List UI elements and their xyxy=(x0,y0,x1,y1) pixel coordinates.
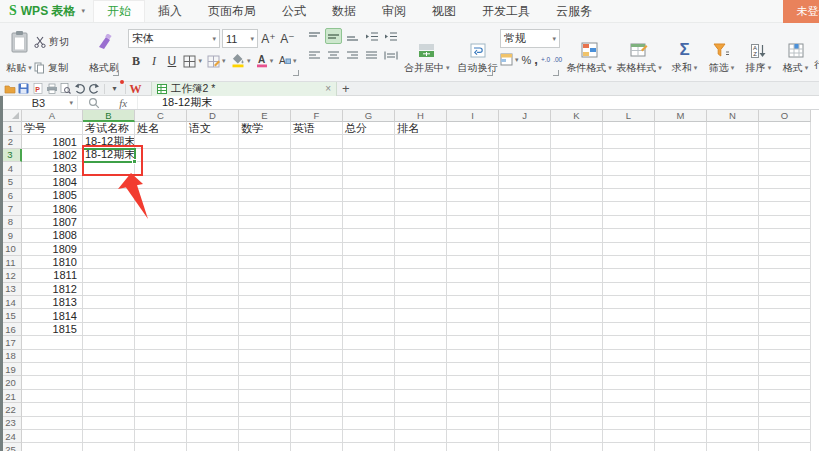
grid-cell-C17[interactable] xyxy=(135,336,187,349)
grid-cell-D3[interactable] xyxy=(187,149,239,162)
grid-cell-A7[interactable]: 1806 xyxy=(22,202,83,215)
row-header-1[interactable]: 1 xyxy=(0,122,22,135)
grid-cell-K8[interactable] xyxy=(551,216,603,229)
grid-cell-L3[interactable] xyxy=(603,149,655,162)
grid-cell-O10[interactable] xyxy=(759,243,811,256)
grid-cell-O4[interactable] xyxy=(759,162,811,175)
grid-cell-H7[interactable] xyxy=(395,202,447,215)
grid-cell-J18[interactable] xyxy=(499,350,551,363)
grid-cell-F21[interactable] xyxy=(291,390,343,403)
grid-cell-N21[interactable] xyxy=(707,390,759,403)
font-color-button[interactable]: A ▾ xyxy=(255,54,275,68)
grid-cell-F6[interactable] xyxy=(291,189,343,202)
grid-cell-L13[interactable] xyxy=(603,283,655,296)
grid-cell-B19[interactable] xyxy=(83,363,135,376)
grid-cell-A14[interactable]: 1813 xyxy=(22,296,83,309)
cut-button[interactable]: 剪切 xyxy=(34,35,86,49)
grid-cell-H23[interactable] xyxy=(395,417,447,430)
sum-button[interactable]: Σ 求和▾ xyxy=(666,26,703,79)
grid-cell-O18[interactable] xyxy=(759,350,811,363)
grid-cell-H3[interactable] xyxy=(395,149,447,162)
grid-cell-B11[interactable] xyxy=(83,256,135,269)
row-header-24[interactable]: 24 xyxy=(0,430,22,443)
row-header-15[interactable]: 15 xyxy=(0,309,22,322)
grid-cell-I17[interactable] xyxy=(447,336,499,349)
grid-cell-I7[interactable] xyxy=(447,202,499,215)
grid-cell-F4[interactable] xyxy=(291,162,343,175)
grid-cell-N22[interactable] xyxy=(707,403,759,416)
column-header-H[interactable]: H xyxy=(395,110,447,122)
char-shading-button[interactable]: A ▾ xyxy=(276,54,298,68)
grid-cell-J22[interactable] xyxy=(499,403,551,416)
grid-cell-I15[interactable] xyxy=(447,309,499,322)
grid-cell-F23[interactable] xyxy=(291,417,343,430)
grid-cell-M22[interactable] xyxy=(655,403,707,416)
grid-cell-L12[interactable] xyxy=(603,269,655,282)
grid-cell-O23[interactable] xyxy=(759,417,811,430)
grid-cell-N19[interactable] xyxy=(707,363,759,376)
align-center-button[interactable] xyxy=(325,47,342,63)
grid-cell-H2[interactable] xyxy=(395,135,447,148)
grid-cell-A22[interactable] xyxy=(22,403,83,416)
row-header-23[interactable]: 23 xyxy=(0,417,22,430)
decrease-decimal-button[interactable]: .00 xyxy=(553,57,562,63)
fill-color-button[interactable]: ▾ xyxy=(229,54,253,68)
grid-cell-F16[interactable] xyxy=(291,323,343,336)
redo-button[interactable] xyxy=(87,82,100,95)
grid-cell-I12[interactable] xyxy=(447,269,499,282)
grid-cell-I3[interactable] xyxy=(447,149,499,162)
grid-cell-D13[interactable] xyxy=(187,283,239,296)
font-family-select[interactable]: 宋体▾ xyxy=(128,29,220,48)
new-tab-button[interactable]: + xyxy=(342,83,350,95)
grid-cell-E17[interactable] xyxy=(239,336,291,349)
grid-cell-N18[interactable] xyxy=(707,350,759,363)
grid-cell-G9[interactable] xyxy=(343,229,395,242)
grid-cell-I21[interactable] xyxy=(447,390,499,403)
grid-cell-K13[interactable] xyxy=(551,283,603,296)
grid-cell-A9[interactable]: 1808 xyxy=(22,229,83,242)
grid-cell-C18[interactable] xyxy=(135,350,187,363)
grid-cell-A20[interactable] xyxy=(22,376,83,389)
grid-cell-E16[interactable] xyxy=(239,323,291,336)
grid-cell-F22[interactable] xyxy=(291,403,343,416)
grid-cell-C11[interactable] xyxy=(135,256,187,269)
grid-cell-J11[interactable] xyxy=(499,256,551,269)
customize-toolbar-button[interactable]: ▾ xyxy=(108,82,121,95)
menu-tab-2[interactable]: 页面布局 xyxy=(195,0,269,22)
grid-cell-A3[interactable]: 1802 xyxy=(22,149,83,162)
grid-cell-L2[interactable] xyxy=(603,135,655,148)
grid-cell-D23[interactable] xyxy=(187,417,239,430)
grid-cell-K10[interactable] xyxy=(551,243,603,256)
row-header-22[interactable]: 22 xyxy=(0,403,22,416)
grid-cell-O5[interactable] xyxy=(759,176,811,189)
grid-cell-L25[interactable] xyxy=(603,443,655,451)
grid-cell-K20[interactable] xyxy=(551,376,603,389)
row-header-17[interactable]: 17 xyxy=(0,336,22,349)
grid-cell-A2[interactable]: 1801 xyxy=(22,135,83,148)
undo-button[interactable] xyxy=(73,82,86,95)
bold-button[interactable]: B xyxy=(128,52,144,70)
grid-cell-K12[interactable] xyxy=(551,269,603,282)
grid-cell-J23[interactable] xyxy=(499,417,551,430)
column-header-N[interactable]: N xyxy=(707,110,759,122)
grid-cell-E6[interactable] xyxy=(239,189,291,202)
grow-font-button[interactable]: A⁺ xyxy=(260,30,277,48)
row-header-20[interactable]: 20 xyxy=(0,376,22,389)
grid-cell-C22[interactable] xyxy=(135,403,187,416)
grid-cell-J5[interactable] xyxy=(499,176,551,189)
grid-cell-D6[interactable] xyxy=(187,189,239,202)
grid-cell-A17[interactable] xyxy=(22,336,83,349)
grid-cell-A1[interactable]: 学号 xyxy=(22,122,83,135)
row-header-11[interactable]: 11 xyxy=(0,256,22,269)
grid-cell-N16[interactable] xyxy=(707,323,759,336)
grid-cell-M23[interactable] xyxy=(655,417,707,430)
grid-cell-A6[interactable]: 1805 xyxy=(22,189,83,202)
grid-cell-K7[interactable] xyxy=(551,202,603,215)
grid-cell-E2[interactable] xyxy=(239,135,291,148)
table-style-button[interactable]: 表格样式▾ xyxy=(614,26,664,79)
grid-cell-M10[interactable] xyxy=(655,243,707,256)
grid-cell-F13[interactable] xyxy=(291,283,343,296)
grid-cell-A13[interactable]: 1812 xyxy=(22,283,83,296)
column-header-A[interactable]: A xyxy=(22,110,83,122)
grid-cell-B10[interactable] xyxy=(83,243,135,256)
